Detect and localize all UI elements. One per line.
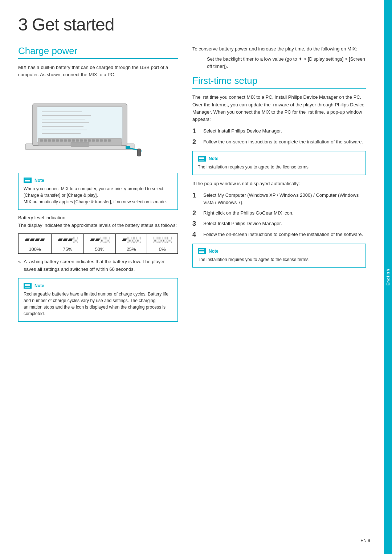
svg-rect-23 xyxy=(88,139,91,142)
bullet-marker: » xyxy=(18,258,21,273)
right-column: To conserve battery power and increase t… xyxy=(192,45,366,539)
note-box-3: Note The installation requires you to ag… xyxy=(192,151,366,175)
step-number: 1 xyxy=(192,127,200,135)
note-icon-lines-4 xyxy=(199,249,204,253)
battery-icon-0: ░░░░ xyxy=(147,234,178,245)
battery-icons-row: ▰▰▰▰ ▰▰▰░ ▰▰░░ ▰░░░ ░░░░ xyxy=(19,234,178,245)
svg-rect-22 xyxy=(84,139,87,142)
charge-intro-text: MIX has a built-in battery that can be c… xyxy=(18,64,178,78)
list-item: 1 Select Install Philips Device Manager. xyxy=(192,127,366,135)
note-icon-line xyxy=(199,249,204,250)
svg-rect-29 xyxy=(71,142,89,147)
battery-label-50: 50% xyxy=(84,245,116,254)
page-container: English 3 Get started Charge power MIX h… xyxy=(0,0,392,554)
svg-rect-25 xyxy=(96,139,99,142)
note-header-2: Note xyxy=(24,283,172,289)
note-icon-line xyxy=(25,285,30,286)
battery-label-0: 0% xyxy=(147,245,178,254)
laptop-illustration xyxy=(18,86,142,166)
battery-label-100: 100% xyxy=(19,245,52,254)
note-icon-4 xyxy=(198,248,206,254)
flashing-battery-note: » A ashing battery screen indicates that… xyxy=(18,258,178,273)
svg-rect-15 xyxy=(56,139,59,142)
note-icon-lines-2 xyxy=(25,284,30,288)
svg-rect-18 xyxy=(68,139,71,142)
note-box-2: Note Rechargeable batteries have a limit… xyxy=(18,278,178,322)
svg-rect-20 xyxy=(76,139,79,142)
laptop-svg xyxy=(18,86,142,166)
step-text: Follow the on-screen instructions to com… xyxy=(203,231,363,239)
first-time-section: First-time setup The rst time you connec… xyxy=(192,75,366,268)
note-icon-line xyxy=(25,180,30,181)
note-label-3: Note xyxy=(209,156,219,161)
step-text: Follow the on-screen instructions to com… xyxy=(203,138,363,146)
step-text: Select My Computer (Windows XP / Windows… xyxy=(203,192,366,206)
note-icon-line xyxy=(25,179,30,179)
step-text: Right click on the Philips GoGear MIX ic… xyxy=(203,209,294,217)
note-icon-3 xyxy=(198,156,206,162)
svg-rect-19 xyxy=(72,139,75,142)
note-icon-line xyxy=(199,157,204,158)
note-label-1: Note xyxy=(34,178,44,183)
left-column: Charge power MIX has a built-in battery … xyxy=(18,45,178,539)
note-icon-1 xyxy=(24,178,32,183)
note-box-4: Note The installation requires you to ag… xyxy=(192,244,366,268)
step-number: 4 xyxy=(192,231,200,239)
step-text: Select Install Philips Device Manager. xyxy=(203,127,282,135)
svg-rect-11 xyxy=(40,139,43,142)
step-text: Select Install Philips Device Manager. xyxy=(203,220,282,228)
first-time-heading: First-time setup xyxy=(192,75,366,89)
svg-rect-27 xyxy=(104,139,107,142)
svg-rect-21 xyxy=(80,139,83,142)
note-icon-line xyxy=(25,182,30,182)
page-number: EN 9 xyxy=(360,538,370,543)
svg-rect-26 xyxy=(100,139,103,142)
list-item: 2 Right click on the Philips GoGear MIX … xyxy=(192,209,366,217)
list-item: 2 Follow the on-screen instructions to c… xyxy=(192,138,366,146)
battery-icon-25: ▰░░░ xyxy=(116,234,147,245)
svg-rect-12 xyxy=(44,139,47,142)
note-box-1: Note When you connect MIX to a computer,… xyxy=(18,173,178,210)
note-text-1: When you connect MIX to a computer, you … xyxy=(24,186,172,205)
popup-not-displayed-text: If the pop-up window is not displayed au… xyxy=(192,180,366,187)
svg-rect-31 xyxy=(126,146,130,149)
conserve-indent-text: Set the backlight timer to a low value (… xyxy=(207,56,366,70)
note-icon-line xyxy=(25,287,30,288)
note-icon-line xyxy=(199,160,204,160)
battery-desc: The display indicates the approximate le… xyxy=(18,222,178,229)
battery-icon-75: ▰▰▰░ xyxy=(51,234,83,245)
svg-rect-28 xyxy=(108,139,111,142)
page-footer: EN 9 xyxy=(360,538,370,543)
note-icon-lines-3 xyxy=(199,157,204,160)
battery-labels-row: 100% 75% 50% 25% 0% xyxy=(19,245,178,254)
chapter-heading: 3 Get started xyxy=(18,15,366,34)
note-icon-line xyxy=(25,284,30,285)
note-icon-line xyxy=(199,252,204,253)
note-label-4: Note xyxy=(209,249,219,254)
battery-icon-50: ▰▰░░ xyxy=(84,234,116,245)
svg-rect-32 xyxy=(137,149,141,156)
steps-list-1: 1 Select Install Philips Device Manager.… xyxy=(192,127,366,146)
battery-label-75: 75% xyxy=(51,245,83,254)
battery-section-title: Battery level indication xyxy=(18,215,178,220)
note-text-3: The installation requires you to agree t… xyxy=(198,164,360,170)
note-icon-line xyxy=(199,158,204,159)
note-icon-lines-1 xyxy=(25,179,30,182)
note-header-4: Note xyxy=(198,248,360,254)
step-number: 1 xyxy=(192,192,200,206)
note-icon-2 xyxy=(24,283,32,289)
list-item: 1 Select My Computer (Windows XP / Windo… xyxy=(192,192,366,206)
note-header-1: Note xyxy=(24,178,172,183)
steps-list-2: 1 Select My Computer (Windows XP / Windo… xyxy=(192,192,366,239)
list-item: 4 Follow the on-screen instructions to c… xyxy=(192,231,366,239)
battery-table: ▰▰▰▰ ▰▰▰░ ▰▰░░ ▰░░░ ░░░░ 100% 75% 50% 25… xyxy=(18,233,178,254)
step-number: 2 xyxy=(192,209,200,217)
charge-power-heading: Charge power xyxy=(18,45,178,59)
main-content: 3 Get started Charge power MIX has a bui… xyxy=(0,0,384,554)
step-number: 3 xyxy=(192,220,200,228)
list-item: 3 Select Install Philips Device Manager. xyxy=(192,220,366,228)
note-text-2: Rechargeable batteries have a limited nu… xyxy=(24,291,172,317)
two-col-layout: Charge power MIX has a built-in battery … xyxy=(18,45,366,539)
note-text-4: The installation requires you to agree t… xyxy=(198,256,360,263)
note-icon-line xyxy=(199,251,204,252)
